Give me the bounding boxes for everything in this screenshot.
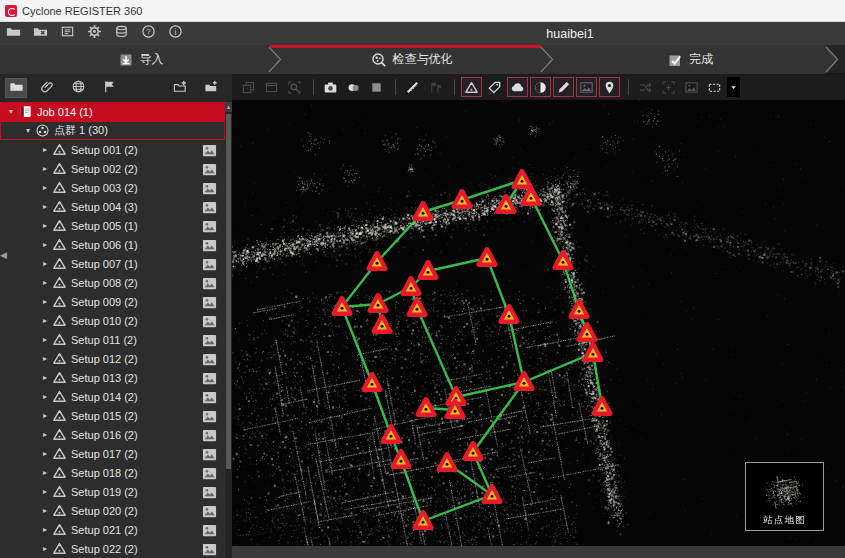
selection-mode-caret[interactable] [727,77,740,97]
setup-marker-18[interactable] [418,400,434,415]
sitemap-viewport[interactable]: 站点地图 [232,100,845,546]
setup-marker-12[interactable] [370,296,386,311]
setup-marker-5[interactable] [498,197,514,212]
photo-icon[interactable] [202,181,217,195]
setup-marker-22[interactable] [383,427,399,442]
tree-expand-arrow[interactable]: ▾ [6,107,16,116]
registration-link[interactable] [417,308,456,397]
show-cloud-toggle[interactable] [507,77,528,97]
close-project-button[interactable] [31,24,50,43]
photo-icon[interactable] [202,447,217,461]
setup-marker-28[interactable] [579,325,595,340]
tree-row-setup-1[interactable]: ▸Setup 001 (2) [0,140,225,159]
registration-link[interactable] [423,495,492,521]
tree-row-setup-2[interactable]: ▸Setup 002 (2) [0,159,225,178]
photo-icon[interactable] [202,276,217,290]
flags-button[interactable] [425,77,446,97]
tree-expand-arrow[interactable]: ▸ [40,145,50,154]
tree-expand-arrow[interactable]: ▸ [40,392,50,401]
setup-marker-4[interactable] [523,189,539,204]
photo-icon[interactable] [202,333,217,347]
setup-marker-27[interactable] [415,513,431,528]
setup-marker-26[interactable] [484,487,500,502]
open-project-button[interactable] [4,24,23,43]
tree-expand-arrow[interactable]: ▸ [40,354,50,363]
screenshot-button[interactable] [320,77,341,97]
show-spheres-toggle[interactable] [530,77,551,97]
registration-link[interactable] [342,307,372,383]
tree-row-setup-11[interactable]: ▸Setup 011 (2) [0,330,225,349]
storage-button[interactable] [112,24,131,43]
registration-link[interactable] [531,197,563,261]
tree-expand-arrow[interactable]: ▸ [40,487,50,496]
photo-icon[interactable] [202,428,217,442]
about-button[interactable]: i [166,24,185,43]
registration-link[interactable] [524,353,593,382]
tree-expand-arrow[interactable]: ▸ [40,297,50,306]
tree-expand-arrow[interactable]: ▸ [40,183,50,192]
tree-row-setup-3[interactable]: ▸Setup 003 (2) [0,178,225,197]
draw-link-toggle[interactable] [553,77,574,97]
swap-links-button[interactable] [635,77,656,97]
fill-mode-button[interactable] [366,77,387,97]
show-images-toggle[interactable] [576,77,597,97]
photo-icon[interactable] [202,409,217,423]
tree-row-job[interactable]: ▾Job 014 (1) [0,102,225,121]
tree-row-setup-9[interactable]: ▸Setup 009 (2) [0,292,225,311]
photo-icon[interactable] [202,314,217,328]
photo-icon[interactable] [202,390,217,404]
tree-row-setup-16[interactable]: ▸Setup 016 (2) [0,425,225,444]
bundle-button[interactable] [200,78,222,98]
photo-icon[interactable] [202,257,217,271]
tree-expand-arrow[interactable]: ▸ [40,411,50,420]
tree-row-setup-10[interactable]: ▸Setup 010 (2) [0,311,225,330]
scrollbar-up-arrow[interactable]: ▲ [225,102,232,112]
workflow-tab-1[interactable]: 导入 [0,45,282,74]
tree-row-setup-22[interactable]: ▸Setup 022 (2) [0,539,225,558]
tree-expand-arrow[interactable]: ▸ [40,240,50,249]
photo-icon[interactable] [202,371,217,385]
minimap[interactable]: 站点地图 [745,462,824,531]
tree-expand-arrow[interactable]: ▸ [40,202,50,211]
pano-image-button[interactable] [681,77,702,97]
photo-icon[interactable] [202,162,217,176]
tree-expand-arrow[interactable]: ▸ [40,316,50,325]
tree-expand-arrow[interactable]: ▸ [40,373,50,382]
photo-icon[interactable] [202,542,217,556]
web-resources-button[interactable] [67,78,89,98]
setup-marker-29[interactable] [585,345,601,360]
tree-expand-arrow[interactable]: ▾ [23,126,33,135]
tree-row-setup-4[interactable]: ▸Setup 004 (3) [0,197,225,216]
tree-row-setup-18[interactable]: ▸Setup 018 (2) [0,463,225,482]
tree-row-setup-17[interactable]: ▸Setup 017 (2) [0,444,225,463]
tree-expand-arrow[interactable]: ▸ [40,544,50,553]
setup-marker-16[interactable] [374,317,390,332]
setup-marker-14[interactable] [501,307,517,322]
setup-marker-17[interactable] [364,375,380,390]
tree-row-cluster[interactable]: ▾点群 1 (30) [0,121,225,140]
setup-marker-15[interactable] [571,302,587,317]
show-tags-toggle[interactable] [484,77,505,97]
photo-icon[interactable] [202,485,217,499]
tree-row-setup-12[interactable]: ▸Setup 012 (2) [0,349,225,368]
tree-row-setup-6[interactable]: ▸Setup 006 (1) [0,235,225,254]
measure-button[interactable] [402,77,423,97]
window-button[interactable] [261,77,282,97]
geotag-toggle[interactable] [599,77,620,97]
tree-row-setup-19[interactable]: ▸Setup 019 (2) [0,482,225,501]
setup-marker-6[interactable] [555,253,571,268]
workflow-tab-3[interactable]: 完成 [541,45,839,74]
color-mode-button[interactable] [343,77,364,97]
sidebar-collapse-handle[interactable]: ◀ [0,250,7,260]
photo-icon[interactable] [202,352,217,366]
setup-marker-1[interactable] [415,204,431,219]
setup-marker-30[interactable] [594,399,610,414]
photo-icon[interactable] [202,523,217,537]
photo-icon[interactable] [202,143,217,157]
attachments-button[interactable] [36,78,58,98]
tree-expand-arrow[interactable]: ▸ [40,259,50,268]
help-button[interactable]: ? [139,24,158,43]
tree-expand-arrow[interactable]: ▸ [40,468,50,477]
setup-marker-9[interactable] [420,263,436,278]
tree-row-setup-5[interactable]: ▸Setup 005 (1) [0,216,225,235]
